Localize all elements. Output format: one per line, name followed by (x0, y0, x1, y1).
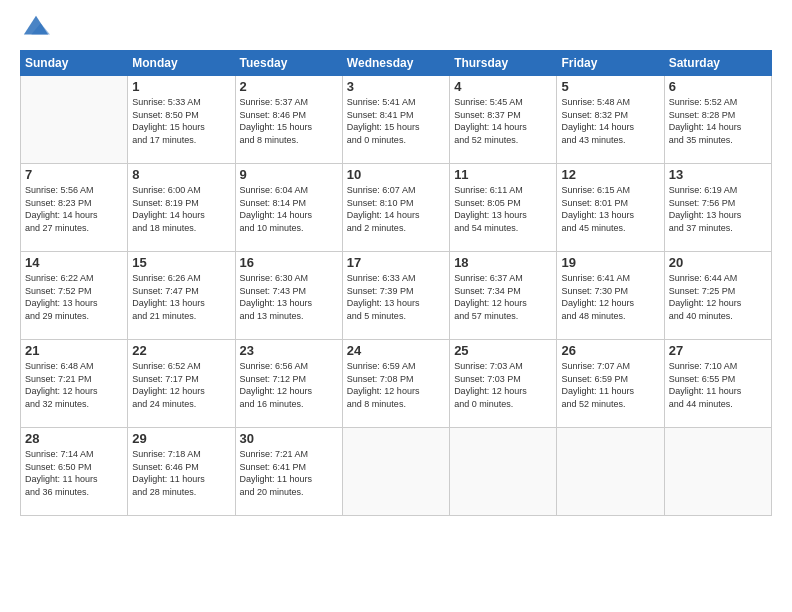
day-info: Sunrise: 6:48 AM Sunset: 7:21 PM Dayligh… (25, 360, 123, 410)
day-number: 14 (25, 255, 123, 270)
header (20, 16, 772, 40)
day-info: Sunrise: 6:59 AM Sunset: 7:08 PM Dayligh… (347, 360, 445, 410)
col-header-friday: Friday (557, 51, 664, 76)
day-info: Sunrise: 6:15 AM Sunset: 8:01 PM Dayligh… (561, 184, 659, 234)
day-number: 9 (240, 167, 338, 182)
day-number: 5 (561, 79, 659, 94)
day-info: Sunrise: 6:56 AM Sunset: 7:12 PM Dayligh… (240, 360, 338, 410)
calendar-cell: 22Sunrise: 6:52 AM Sunset: 7:17 PM Dayli… (128, 340, 235, 428)
calendar-table: SundayMondayTuesdayWednesdayThursdayFrid… (20, 50, 772, 516)
calendar-cell: 20Sunrise: 6:44 AM Sunset: 7:25 PM Dayli… (664, 252, 771, 340)
day-info: Sunrise: 6:26 AM Sunset: 7:47 PM Dayligh… (132, 272, 230, 322)
calendar-cell: 13Sunrise: 6:19 AM Sunset: 7:56 PM Dayli… (664, 164, 771, 252)
day-number: 2 (240, 79, 338, 94)
day-number: 22 (132, 343, 230, 358)
day-info: Sunrise: 6:52 AM Sunset: 7:17 PM Dayligh… (132, 360, 230, 410)
calendar-cell (557, 428, 664, 516)
calendar-cell: 30Sunrise: 7:21 AM Sunset: 6:41 PM Dayli… (235, 428, 342, 516)
day-number: 17 (347, 255, 445, 270)
day-info: Sunrise: 7:10 AM Sunset: 6:55 PM Dayligh… (669, 360, 767, 410)
day-number: 6 (669, 79, 767, 94)
calendar-cell: 25Sunrise: 7:03 AM Sunset: 7:03 PM Dayli… (450, 340, 557, 428)
calendar-cell: 11Sunrise: 6:11 AM Sunset: 8:05 PM Dayli… (450, 164, 557, 252)
day-number: 19 (561, 255, 659, 270)
day-info: Sunrise: 6:30 AM Sunset: 7:43 PM Dayligh… (240, 272, 338, 322)
calendar-cell: 8Sunrise: 6:00 AM Sunset: 8:19 PM Daylig… (128, 164, 235, 252)
calendar-cell: 4Sunrise: 5:45 AM Sunset: 8:37 PM Daylig… (450, 76, 557, 164)
calendar-cell: 6Sunrise: 5:52 AM Sunset: 8:28 PM Daylig… (664, 76, 771, 164)
day-number: 21 (25, 343, 123, 358)
calendar-cell: 24Sunrise: 6:59 AM Sunset: 7:08 PM Dayli… (342, 340, 449, 428)
week-row-4: 21Sunrise: 6:48 AM Sunset: 7:21 PM Dayli… (21, 340, 772, 428)
logo (20, 16, 50, 40)
week-row-5: 28Sunrise: 7:14 AM Sunset: 6:50 PM Dayli… (21, 428, 772, 516)
day-number: 26 (561, 343, 659, 358)
col-header-sunday: Sunday (21, 51, 128, 76)
day-info: Sunrise: 6:07 AM Sunset: 8:10 PM Dayligh… (347, 184, 445, 234)
calendar-cell (342, 428, 449, 516)
day-info: Sunrise: 5:45 AM Sunset: 8:37 PM Dayligh… (454, 96, 552, 146)
logo-icon (22, 12, 50, 40)
day-info: Sunrise: 6:37 AM Sunset: 7:34 PM Dayligh… (454, 272, 552, 322)
calendar-cell: 28Sunrise: 7:14 AM Sunset: 6:50 PM Dayli… (21, 428, 128, 516)
calendar-cell: 29Sunrise: 7:18 AM Sunset: 6:46 PM Dayli… (128, 428, 235, 516)
day-info: Sunrise: 5:48 AM Sunset: 8:32 PM Dayligh… (561, 96, 659, 146)
day-number: 4 (454, 79, 552, 94)
day-number: 24 (347, 343, 445, 358)
day-info: Sunrise: 6:33 AM Sunset: 7:39 PM Dayligh… (347, 272, 445, 322)
calendar-cell: 12Sunrise: 6:15 AM Sunset: 8:01 PM Dayli… (557, 164, 664, 252)
calendar-cell: 2Sunrise: 5:37 AM Sunset: 8:46 PM Daylig… (235, 76, 342, 164)
calendar-cell: 9Sunrise: 6:04 AM Sunset: 8:14 PM Daylig… (235, 164, 342, 252)
calendar-cell: 1Sunrise: 5:33 AM Sunset: 8:50 PM Daylig… (128, 76, 235, 164)
calendar-cell: 27Sunrise: 7:10 AM Sunset: 6:55 PM Dayli… (664, 340, 771, 428)
calendar-cell (21, 76, 128, 164)
day-info: Sunrise: 5:41 AM Sunset: 8:41 PM Dayligh… (347, 96, 445, 146)
day-info: Sunrise: 6:11 AM Sunset: 8:05 PM Dayligh… (454, 184, 552, 234)
day-number: 20 (669, 255, 767, 270)
day-info: Sunrise: 5:56 AM Sunset: 8:23 PM Dayligh… (25, 184, 123, 234)
col-header-tuesday: Tuesday (235, 51, 342, 76)
day-number: 11 (454, 167, 552, 182)
day-number: 13 (669, 167, 767, 182)
day-info: Sunrise: 5:33 AM Sunset: 8:50 PM Dayligh… (132, 96, 230, 146)
calendar-cell: 15Sunrise: 6:26 AM Sunset: 7:47 PM Dayli… (128, 252, 235, 340)
calendar-cell: 17Sunrise: 6:33 AM Sunset: 7:39 PM Dayli… (342, 252, 449, 340)
day-number: 8 (132, 167, 230, 182)
day-info: Sunrise: 7:07 AM Sunset: 6:59 PM Dayligh… (561, 360, 659, 410)
col-header-monday: Monday (128, 51, 235, 76)
day-number: 15 (132, 255, 230, 270)
week-row-3: 14Sunrise: 6:22 AM Sunset: 7:52 PM Dayli… (21, 252, 772, 340)
day-number: 12 (561, 167, 659, 182)
week-row-1: 1Sunrise: 5:33 AM Sunset: 8:50 PM Daylig… (21, 76, 772, 164)
day-info: Sunrise: 5:52 AM Sunset: 8:28 PM Dayligh… (669, 96, 767, 146)
day-number: 29 (132, 431, 230, 446)
header-row: SundayMondayTuesdayWednesdayThursdayFrid… (21, 51, 772, 76)
calendar-cell: 10Sunrise: 6:07 AM Sunset: 8:10 PM Dayli… (342, 164, 449, 252)
day-number: 1 (132, 79, 230, 94)
day-number: 18 (454, 255, 552, 270)
day-info: Sunrise: 6:44 AM Sunset: 7:25 PM Dayligh… (669, 272, 767, 322)
day-info: Sunrise: 7:14 AM Sunset: 6:50 PM Dayligh… (25, 448, 123, 498)
calendar-cell (664, 428, 771, 516)
day-info: Sunrise: 7:21 AM Sunset: 6:41 PM Dayligh… (240, 448, 338, 498)
calendar-cell: 21Sunrise: 6:48 AM Sunset: 7:21 PM Dayli… (21, 340, 128, 428)
day-number: 10 (347, 167, 445, 182)
day-info: Sunrise: 6:19 AM Sunset: 7:56 PM Dayligh… (669, 184, 767, 234)
col-header-saturday: Saturday (664, 51, 771, 76)
week-row-2: 7Sunrise: 5:56 AM Sunset: 8:23 PM Daylig… (21, 164, 772, 252)
day-info: Sunrise: 7:03 AM Sunset: 7:03 PM Dayligh… (454, 360, 552, 410)
calendar-cell (450, 428, 557, 516)
day-number: 30 (240, 431, 338, 446)
calendar-cell: 14Sunrise: 6:22 AM Sunset: 7:52 PM Dayli… (21, 252, 128, 340)
calendar-cell: 7Sunrise: 5:56 AM Sunset: 8:23 PM Daylig… (21, 164, 128, 252)
day-number: 7 (25, 167, 123, 182)
day-info: Sunrise: 6:41 AM Sunset: 7:30 PM Dayligh… (561, 272, 659, 322)
calendar-cell: 16Sunrise: 6:30 AM Sunset: 7:43 PM Dayli… (235, 252, 342, 340)
day-info: Sunrise: 6:04 AM Sunset: 8:14 PM Dayligh… (240, 184, 338, 234)
day-info: Sunrise: 7:18 AM Sunset: 6:46 PM Dayligh… (132, 448, 230, 498)
calendar-cell: 19Sunrise: 6:41 AM Sunset: 7:30 PM Dayli… (557, 252, 664, 340)
day-number: 28 (25, 431, 123, 446)
day-info: Sunrise: 6:00 AM Sunset: 8:19 PM Dayligh… (132, 184, 230, 234)
calendar-cell: 23Sunrise: 6:56 AM Sunset: 7:12 PM Dayli… (235, 340, 342, 428)
day-number: 3 (347, 79, 445, 94)
